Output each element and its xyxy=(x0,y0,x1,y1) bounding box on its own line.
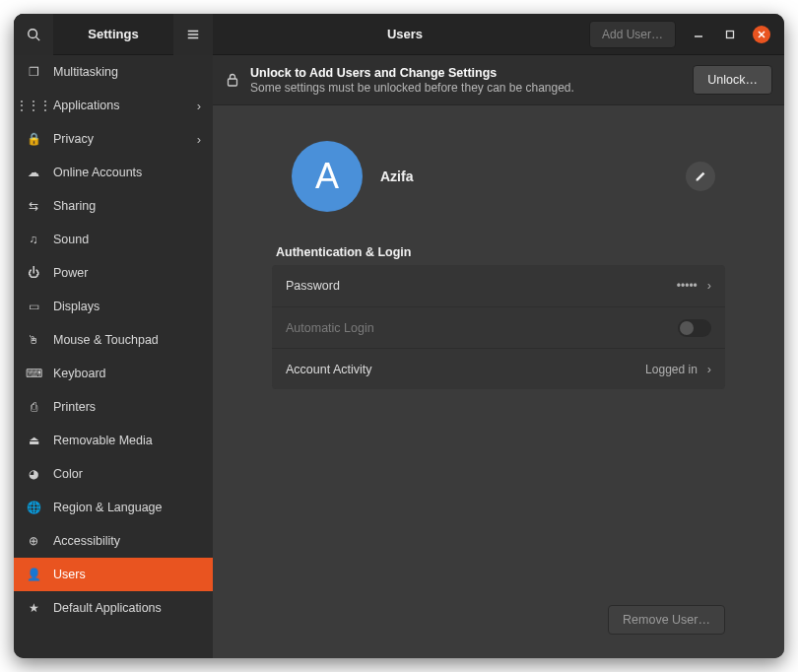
sidebar-item-label: Default Applications xyxy=(53,601,201,615)
sidebar-item-printers[interactable]: ⎙Printers xyxy=(14,390,213,424)
chevron-right-icon: › xyxy=(197,99,201,113)
star-icon: ★ xyxy=(26,600,41,616)
sidebar-item-label: Keyboard xyxy=(53,367,201,380)
maximize-button[interactable] xyxy=(721,26,739,43)
user-name: Azifa xyxy=(380,168,413,184)
password-label: Password xyxy=(286,279,677,293)
sidebar-item-multitasking[interactable]: ❐Multitasking xyxy=(14,55,213,89)
users-icon: 👤 xyxy=(26,567,41,582)
multitasking-icon: ❐ xyxy=(26,64,41,80)
sidebar-item-sharing[interactable]: ⇆Sharing xyxy=(14,189,213,223)
power-icon: ⏻ xyxy=(26,265,41,281)
sidebar-item-label: Users xyxy=(53,568,201,581)
close-icon xyxy=(757,30,766,39)
svg-point-0 xyxy=(29,29,37,37)
sidebar-item-power[interactable]: ⏻Power xyxy=(14,256,213,290)
autologin-toggle[interactable] xyxy=(678,319,711,337)
privacy-icon: 🔒 xyxy=(26,131,41,147)
banner-title: Unlock to Add Users and Change Settings xyxy=(250,66,683,80)
sidebar-item-privacy[interactable]: 🔒Privacy› xyxy=(14,122,213,156)
main-header: Users Add User… xyxy=(213,14,784,55)
user-header: A Azifa xyxy=(272,141,725,212)
sidebar-item-users[interactable]: 👤Users xyxy=(14,558,213,591)
sidebar-item-removable[interactable]: ⏏Removable Media xyxy=(14,424,213,457)
pencil-icon xyxy=(694,169,707,183)
minimize-icon xyxy=(694,30,703,39)
svg-rect-6 xyxy=(727,31,734,37)
minimize-button[interactable] xyxy=(690,26,707,43)
sidebar-title: Settings xyxy=(53,27,173,41)
close-button[interactable] xyxy=(753,26,770,43)
sidebar-item-applications[interactable]: ⋮⋮⋮Applications› xyxy=(14,89,213,122)
sound-icon: ♫ xyxy=(26,232,41,247)
sidebar: Settings ❐Multitasking⋮⋮⋮Applications›🔒P… xyxy=(14,14,213,658)
chevron-right-icon: › xyxy=(707,363,711,376)
lock-icon xyxy=(225,72,240,88)
autologin-label: Automatic Login xyxy=(286,321,678,335)
sidebar-item-label: Printers xyxy=(53,400,201,414)
window-controls xyxy=(690,26,770,43)
keyboard-icon: ⌨ xyxy=(26,366,41,381)
banner-subtitle: Some settings must be unlocked before th… xyxy=(250,81,683,95)
displays-icon: ▭ xyxy=(26,299,41,314)
sidebar-item-label: Privacy xyxy=(53,132,197,146)
autologin-row: Automatic Login xyxy=(272,306,725,348)
hamburger-icon xyxy=(186,28,200,41)
printers-icon: ⎙ xyxy=(26,399,41,415)
sidebar-item-label: Power xyxy=(53,266,201,280)
hamburger-button[interactable] xyxy=(173,14,213,55)
mouse-icon: 🖱 xyxy=(26,332,41,348)
sidebar-item-default-apps[interactable]: ★Default Applications xyxy=(14,591,213,625)
sidebar-item-label: Color xyxy=(53,467,201,481)
svg-line-1 xyxy=(36,36,40,40)
chevron-right-icon: › xyxy=(197,132,201,147)
accessibility-icon: ⊕ xyxy=(26,533,41,549)
unlock-button[interactable]: Unlock… xyxy=(693,65,772,95)
sharing-icon: ⇆ xyxy=(26,198,41,214)
sidebar-item-label: Accessibility xyxy=(53,534,201,548)
content: A Azifa Authentication & Login Password … xyxy=(213,105,784,658)
edit-user-button[interactable] xyxy=(686,162,715,191)
sidebar-item-keyboard[interactable]: ⌨Keyboard xyxy=(14,357,213,390)
sidebar-item-label: Applications xyxy=(53,99,197,112)
applications-icon: ⋮⋮⋮ xyxy=(26,98,41,113)
sidebar-item-accessibility[interactable]: ⊕Accessibility xyxy=(14,524,213,558)
activity-label: Account Activity xyxy=(286,363,645,376)
sidebar-item-label: Removable Media xyxy=(53,434,201,447)
sidebar-item-sound[interactable]: ♫Sound xyxy=(14,223,213,256)
search-button[interactable] xyxy=(14,14,53,55)
sidebar-item-label: Sharing xyxy=(53,199,201,213)
sidebar-item-displays[interactable]: ▭Displays xyxy=(14,290,213,323)
remove-user-button[interactable]: Remove User… xyxy=(608,605,725,635)
banner-text: Unlock to Add Users and Change Settings … xyxy=(250,66,683,95)
sidebar-item-color[interactable]: ◕Color xyxy=(14,457,213,491)
chevron-right-icon: › xyxy=(707,279,711,293)
sidebar-item-label: Online Accounts xyxy=(53,166,201,179)
sidebar-item-label: Displays xyxy=(53,300,201,313)
avatar[interactable]: A xyxy=(292,141,363,212)
sidebar-list: ❐Multitasking⋮⋮⋮Applications›🔒Privacy›☁O… xyxy=(14,55,213,658)
removable-icon: ⏏ xyxy=(26,433,41,448)
auth-section-label: Authentication & Login xyxy=(276,245,721,259)
password-value: ••••• xyxy=(677,279,698,293)
unlock-banner: Unlock to Add Users and Change Settings … xyxy=(213,55,784,105)
footer: Remove User… xyxy=(272,605,725,642)
add-user-button[interactable]: Add User… xyxy=(589,21,676,48)
main: Users Add User… Unlock to Add Users and … xyxy=(213,14,784,658)
sidebar-item-online-accounts[interactable]: ☁Online Accounts xyxy=(14,156,213,189)
color-icon: ◕ xyxy=(26,466,41,482)
auth-panel: Password ••••• › Automatic Login Account… xyxy=(272,265,725,389)
region-icon: 🌐 xyxy=(26,500,41,515)
sidebar-item-label: Sound xyxy=(53,233,201,246)
page-title: Users xyxy=(221,27,589,41)
activity-value: Logged in xyxy=(645,363,698,376)
sidebar-item-region[interactable]: 🌐Region & Language xyxy=(14,491,213,524)
sidebar-item-label: Multitasking xyxy=(53,65,201,79)
password-row[interactable]: Password ••••• › xyxy=(272,265,725,306)
sidebar-item-mouse[interactable]: 🖱Mouse & Touchpad xyxy=(14,323,213,357)
search-icon xyxy=(27,28,40,41)
sidebar-header: Settings xyxy=(14,14,213,55)
settings-window: Settings ❐Multitasking⋮⋮⋮Applications›🔒P… xyxy=(14,14,784,658)
activity-row[interactable]: Account Activity Logged in › xyxy=(272,348,725,389)
maximize-icon xyxy=(725,30,735,39)
